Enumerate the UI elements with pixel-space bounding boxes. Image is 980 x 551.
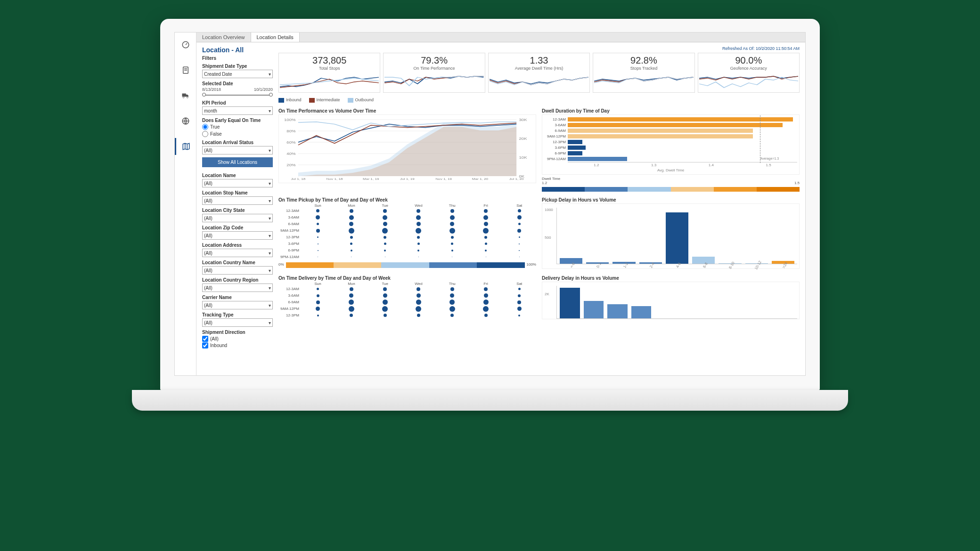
heat-row: 6-9PM	[278, 247, 536, 254]
nav-reports[interactable]	[175, 62, 196, 79]
nav-shipments[interactable]	[175, 87, 196, 104]
pickup-delay-chart[interactable]: 1000500 <-00-11-22-44-66-88-1010-12>24	[542, 203, 800, 269]
bar	[584, 301, 604, 318]
nav-dashboard[interactable]	[175, 36, 196, 53]
otp-volume-col: On Time Performance vs Volume Over Time …	[278, 106, 536, 192]
main: Location Overview Location Details Locat…	[196, 32, 805, 375]
location-address-select[interactable]: (All)	[202, 249, 273, 257]
bar	[560, 288, 580, 318]
kpi-card[interactable]: 92.8% Stops Tracked	[593, 53, 694, 93]
svg-text:10K: 10K	[519, 155, 527, 159]
nav-locations[interactable]	[175, 138, 196, 155]
slider-handle-to[interactable]	[269, 93, 273, 97]
svg-point-3	[187, 97, 188, 98]
bar	[631, 306, 652, 318]
page-title: Location - All	[202, 46, 273, 54]
dwell-colorbar: 1.21.5	[542, 181, 800, 192]
location-name-select[interactable]: (All)	[202, 179, 273, 187]
kpi-card[interactable]: 79.3% On Time Performance	[383, 53, 485, 93]
arrival-status-select[interactable]: (All)	[202, 146, 273, 154]
svg-text:Mar 1, 20: Mar 1, 20	[472, 178, 488, 181]
legend-outbound: Outbound	[348, 97, 374, 103]
date-to: 10/1/2020	[254, 87, 273, 92]
shipment-direction-label: Shipment Direction	[202, 330, 273, 335]
location-country-region-select[interactable]: (All)	[202, 284, 273, 292]
map-icon	[182, 142, 190, 151]
dwell-tod-title: Dwell Duration by Time of Day	[542, 108, 800, 113]
kpi-card[interactable]: 90.0% Geofence Accuracy	[698, 53, 800, 93]
hbar-row: 9AM-12PM	[544, 134, 797, 139]
heat-row: 3-6AM	[278, 292, 536, 299]
location-zip-select[interactable]: (All)	[202, 231, 273, 240]
show-all-locations-button[interactable]: Show All Locations	[202, 157, 273, 167]
tab-location-details[interactable]: Location Details	[251, 32, 300, 42]
chartrow-3: On Time Delivery by Time of Day and Day …	[278, 274, 800, 319]
svg-text:Jul 1, 18: Jul 1, 18	[291, 178, 305, 181]
tracking-type-label: Tracking Type	[202, 312, 273, 317]
kpi-sparkline	[490, 73, 588, 89]
otp-volume-chart[interactable]: 20%40%60%80%100%0K10K20K30KJul 1, 18Nov …	[278, 114, 536, 183]
svg-text:Jul 1, 20: Jul 1, 20	[509, 178, 524, 181]
location-city-state-select[interactable]: (All)	[202, 214, 273, 222]
legend-inbound: Inbound	[278, 97, 302, 103]
kpi-sparkline	[699, 73, 798, 89]
dashboard: Refreshed As Of: 10/2/2020 11:50:54 AM 3…	[278, 46, 800, 372]
heat-row: 3-6AM	[278, 214, 536, 221]
radio-false-input[interactable]	[202, 131, 208, 137]
carrier-name-select[interactable]: (All)	[202, 301, 273, 309]
otp-delivery-heatmap[interactable]: SunMonTueWedThuFriSat12-3AM3-6AM6-9AM9AM…	[278, 282, 536, 319]
kpi-label: Total Stops	[280, 66, 379, 71]
tabs: Location Overview Location Details	[196, 32, 805, 42]
radio-true[interactable]: True	[202, 124, 273, 130]
svg-text:80%: 80%	[286, 129, 296, 133]
kpi-label: Stops Tracked	[594, 66, 693, 71]
otp-delivery-heat-col: On Time Delivery by Time of Day and Day …	[278, 274, 536, 319]
svg-text:Nov 1, 19: Nov 1, 19	[435, 178, 452, 181]
legend-intermediate: Intermediate	[309, 97, 340, 103]
hbar-row: 3-6PM	[544, 145, 797, 151]
svg-text:60%: 60%	[286, 140, 296, 144]
bar	[772, 261, 794, 264]
screen: Location Overview Location Details Locat…	[174, 32, 806, 376]
dwell-tod-chart[interactable]: 12-3AM3-6AM6-9AM9AM-12PM12-3PM3-6PM6-9PM…	[542, 114, 800, 175]
early-equals-ontime-label: Does Early Equal On Time	[202, 118, 273, 123]
delivery-delay-chart[interactable]: 2K	[542, 282, 800, 319]
location-stop-name-label: Location Stop Name	[202, 190, 273, 195]
kpi-card[interactable]: 373,805 Total Stops	[278, 53, 380, 93]
filters-panel: Location - All Filters Shipment Date Typ…	[202, 46, 273, 372]
location-country-name-label: Location Country Name	[202, 260, 273, 265]
slider-handle-from[interactable]	[202, 93, 206, 97]
kpi-period-select[interactable]: month	[202, 106, 273, 115]
tracking-type-select[interactable]: (All)	[202, 318, 273, 327]
nav-network[interactable]	[175, 113, 196, 130]
location-country-name-select[interactable]: (All)	[202, 266, 273, 275]
svg-text:Jul 1, 19: Jul 1, 19	[400, 178, 415, 181]
shipment-date-type-select[interactable]: Created Date	[202, 70, 273, 78]
otp-pickup-heatmap[interactable]: SunMonTueWedThuFriSat12-3AM3-6AM6-9AM9AM…	[278, 203, 536, 260]
heat-row: 12-3AM	[278, 208, 536, 214]
check-dir-all[interactable]: (All)	[202, 336, 273, 342]
radio-true-input[interactable]	[202, 124, 208, 130]
heat-row: 9PM-12AM	[278, 254, 536, 260]
tab-location-overview[interactable]: Location Overview	[196, 32, 251, 42]
kpi-card[interactable]: 1.33 Average Dwell Time (Hrs)	[488, 53, 590, 93]
location-country-region-label: Location Country Region	[202, 277, 273, 283]
laptop-frame: Location Overview Location Details Locat…	[160, 19, 820, 390]
kpi-value: 90.0%	[699, 55, 798, 66]
otp-volume-title: On Time Performance vs Volume Over Time	[278, 108, 536, 113]
svg-text:20%: 20%	[286, 163, 296, 167]
selected-date-range: 8/13/2018 10/1/2020	[202, 87, 273, 92]
kpi-period-label: KPI Period	[202, 100, 273, 105]
check-dir-inbound[interactable]: Inbound	[202, 342, 273, 348]
date-slider[interactable]	[202, 93, 273, 97]
kpi-sparkline	[594, 73, 693, 89]
hbar-row: 9PM-12AM	[544, 156, 797, 162]
location-zip-label: Location Zip Code	[202, 225, 273, 230]
heat-row: 12-3AM	[278, 286, 536, 292]
content: Location - All Filters Shipment Date Typ…	[196, 42, 805, 375]
location-stop-name-select[interactable]: (All)	[202, 196, 273, 205]
kpi-value: 79.3%	[384, 55, 483, 66]
check-dir-all-input[interactable]	[202, 336, 208, 342]
radio-false[interactable]: False	[202, 131, 273, 137]
check-dir-inbound-input[interactable]	[202, 342, 208, 348]
